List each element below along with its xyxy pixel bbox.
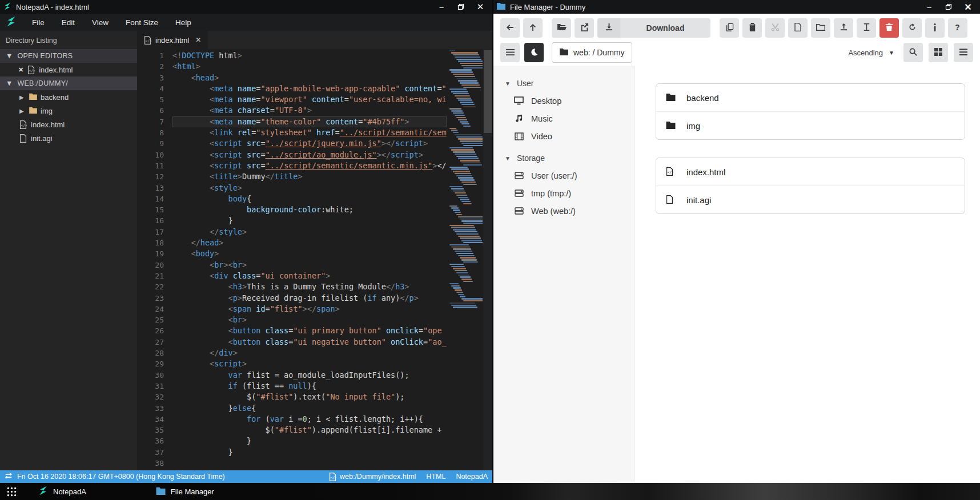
menu-help[interactable]: Help <box>167 14 200 31</box>
code-line[interactable]: <meta name="apple-mobile-web-app-capable… <box>172 83 447 94</box>
code-line[interactable]: $("#flist").append(flist[i].filename + <box>172 425 447 436</box>
code-line[interactable]: } <box>172 447 447 458</box>
code-line[interactable]: <span id="flist"></span> <box>172 304 447 314</box>
editor-scrollbar[interactable] <box>483 49 492 470</box>
search-button[interactable] <box>903 43 923 62</box>
file-row-init-agi[interactable]: init.agi <box>656 186 965 213</box>
close-icon[interactable]: ✕ <box>472 1 489 13</box>
cut-button[interactable] <box>765 18 785 38</box>
help-button[interactable]: ? <box>948 18 967 38</box>
code-line[interactable]: <script src="../script/jquery.min.js"></… <box>172 138 447 149</box>
taskbar-item-notepada[interactable]: NotepadA <box>38 486 86 497</box>
menu-file[interactable]: File <box>23 14 53 31</box>
code-line[interactable]: <br> <box>172 314 447 325</box>
code-line[interactable]: </div> <box>172 348 447 358</box>
code-line[interactable]: <br><br> <box>172 260 447 271</box>
code-line[interactable]: <p>Received drag-in filelist (if any)</p… <box>172 293 447 304</box>
code-line[interactable]: <meta charset="UTF-8"> <box>172 105 447 116</box>
code-line[interactable]: <script> <box>172 358 447 369</box>
refresh-button[interactable] <box>902 18 922 38</box>
menu-button[interactable] <box>500 43 520 62</box>
menu-view[interactable]: View <box>83 14 117 31</box>
code-line[interactable]: <title>Dummy</title> <box>172 171 447 182</box>
download-button[interactable]: Download <box>620 18 710 38</box>
tab-close-icon[interactable]: ✕ <box>195 36 201 44</box>
app-launcher-button[interactable] <box>7 487 17 497</box>
restore-icon[interactable] <box>452 1 469 13</box>
grid-view-button[interactable] <box>929 43 948 62</box>
code-line[interactable]: <button class="ui negative button" onCli… <box>172 337 447 348</box>
code-line[interactable]: <!DOCTYPE html> <box>172 50 447 61</box>
folder-open-button[interactable] <box>552 18 571 38</box>
rename-button[interactable] <box>857 18 876 38</box>
back-arrow-button[interactable] <box>500 18 520 38</box>
menu-font-size[interactable]: Font Size <box>117 14 167 31</box>
code-line[interactable]: <script src="../script/semantic/semantic… <box>172 160 447 171</box>
sidebar-item-user-user-[interactable]: User (user:/) <box>493 167 634 184</box>
code-line[interactable]: <button class="ui primary button" onclic… <box>172 325 447 336</box>
file-row-img[interactable]: img <box>656 111 965 139</box>
statusbar-language[interactable]: HTML <box>426 473 445 481</box>
scrollbar-thumb[interactable] <box>484 50 492 133</box>
sidebar-section-header-user[interactable]: ▼User <box>493 75 634 92</box>
up-arrow-button[interactable] <box>523 18 543 38</box>
code-line[interactable]: <h3>This is a Dummy Testing Module</h3> <box>172 281 447 292</box>
external-link-button[interactable] <box>575 18 594 38</box>
new-folder-button[interactable] <box>811 18 830 38</box>
code-line[interactable]: for (var i =0; i < flist.length; i++){ <box>172 414 447 425</box>
upload-button[interactable] <box>834 18 853 38</box>
tree-section-open-editors[interactable]: ▼OPEN EDITORS <box>0 49 137 63</box>
code-line[interactable]: <meta name="viewport" content="user-scal… <box>172 94 447 105</box>
sidebar-section-header-storage[interactable]: ▼Storage <box>493 150 634 167</box>
minimize-icon[interactable]: – <box>921 1 938 13</box>
code-line[interactable]: </style> <box>172 227 447 237</box>
code-line[interactable]: } <box>172 436 447 446</box>
sidebar-item-tmp-tmp-[interactable]: tmp (tmp:/) <box>493 184 634 202</box>
tree-item-index-html[interactable]: </>index.html <box>0 118 137 131</box>
new-file-button[interactable] <box>788 18 808 38</box>
tree-item-backend[interactable]: ▶backend <box>0 90 137 104</box>
code-line[interactable]: background-color:white; <box>172 204 447 215</box>
paste-button[interactable] <box>742 18 762 38</box>
list-view-button[interactable] <box>954 43 973 62</box>
code-line[interactable]: </head> <box>172 237 447 248</box>
sidebar-item-music[interactable]: Music <box>493 110 634 127</box>
code-line[interactable]: <head> <box>172 72 447 83</box>
code-line[interactable]: var flist = ao_module_loadInputFiles(); <box>172 370 447 381</box>
minimap[interactable] <box>447 49 483 369</box>
code-line[interactable]: body{ <box>172 193 447 204</box>
restore-icon[interactable] <box>940 1 957 13</box>
statusbar-filepath[interactable]: web:/Dummy/index.html <box>340 473 416 481</box>
code-line[interactable]: <link rel="stylesheet" href="../script/s… <box>172 127 447 138</box>
dark-mode-button[interactable] <box>524 43 544 62</box>
code-editor[interactable]: 1234567891011121314151617181920212223242… <box>137 49 492 470</box>
tree-item-img[interactable]: ▶img <box>0 104 137 118</box>
taskbar-item-filemanager[interactable]: File Manager <box>156 487 214 497</box>
info-button[interactable] <box>925 18 945 38</box>
code-line[interactable]: <style> <box>172 183 447 193</box>
copy-button[interactable] <box>720 18 739 38</box>
code-line[interactable]: <div class="ui container"> <box>172 271 447 281</box>
sidebar-item-desktop[interactable]: Desktop <box>493 92 634 110</box>
path-breadcrumb[interactable]: web: / Dummy <box>552 42 632 63</box>
code-line[interactable]: <body> <box>172 248 447 259</box>
delete-button[interactable] <box>879 18 899 38</box>
code-line[interactable]: <html> <box>172 61 447 72</box>
code-line[interactable] <box>172 458 447 469</box>
tab-index-html[interactable]: </> index.html ✕ <box>137 31 208 49</box>
tree-section-web-dummy-[interactable]: ▼WEB:/DUMMY/ <box>0 76 137 90</box>
code-line[interactable]: <script src="../script/ao_module.js"></s… <box>172 150 447 160</box>
file-row-backend[interactable]: backend <box>656 84 965 111</box>
download-button[interactable] <box>597 18 620 38</box>
tree-item-init-agi[interactable]: init.agi <box>0 131 137 145</box>
notepada-titlebar[interactable]: NotepadA - index.html – ✕ <box>0 0 492 14</box>
code-line[interactable]: <meta name="theme-color" content="#4b75f… <box>172 116 447 127</box>
sidebar-item-web-web-[interactable]: Web (web:/) <box>493 202 634 220</box>
menu-edit[interactable]: Edit <box>53 14 83 31</box>
close-icon[interactable]: ✕ <box>959 1 977 13</box>
minimize-icon[interactable]: – <box>433 1 450 13</box>
tree-item-index-html[interactable]: ✕</>index.html <box>0 63 137 76</box>
file-row-index-html[interactable]: </>index.html <box>656 158 965 186</box>
sort-order-dropdown[interactable]: Ascending ▼ <box>848 49 898 57</box>
code-line[interactable]: }else{ <box>172 403 447 414</box>
